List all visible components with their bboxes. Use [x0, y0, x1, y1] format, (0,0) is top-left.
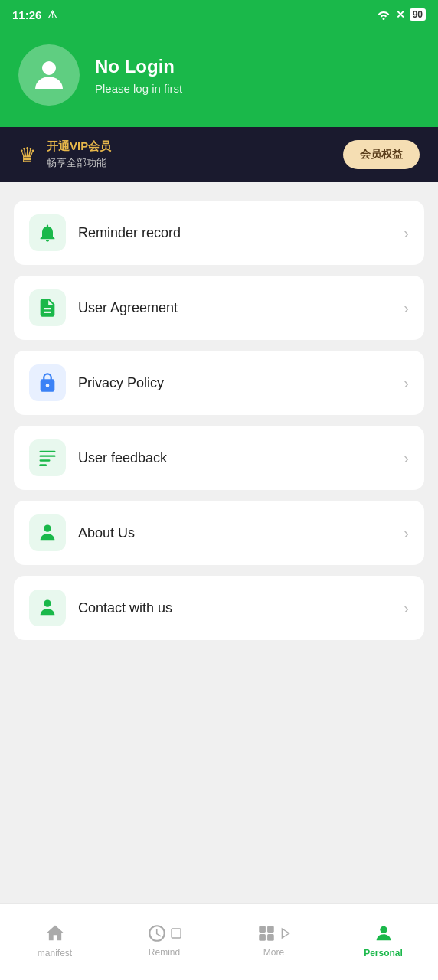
avatar — [18, 44, 80, 106]
about-label: About Us — [78, 525, 135, 541]
about-person-icon — [37, 522, 58, 544]
vip-text-block: 开通VIP会员 畅享全部功能 — [47, 139, 111, 170]
vip-title: 开通VIP会员 — [47, 139, 111, 154]
svg-rect-11 — [267, 934, 274, 941]
lock-icon — [37, 372, 58, 394]
svg-point-0 — [42, 61, 56, 75]
about-icon-bg — [29, 514, 66, 551]
svg-rect-8 — [259, 926, 266, 933]
vip-subtitle: 畅享全部功能 — [47, 156, 111, 170]
nav-item-more[interactable]: More — [219, 914, 328, 958]
profile-name: No Login — [95, 56, 182, 77]
privacy-icon-bg — [29, 364, 66, 401]
svg-rect-10 — [259, 934, 266, 941]
feedback-chevron: › — [404, 449, 409, 467]
wifi-icon — [376, 9, 391, 20]
privacy-label: Privacy Policy — [78, 375, 164, 391]
menu-item-feedback[interactable]: User feedback › — [14, 426, 424, 490]
contact-chevron: › — [404, 599, 409, 617]
more-grid-icon — [257, 923, 276, 943]
bell-icon — [37, 222, 58, 243]
menu-item-agreement[interactable]: User Agreement › — [14, 276, 424, 340]
profile-subtitle: Please log in first — [95, 82, 182, 95]
svg-rect-3 — [40, 459, 51, 461]
crown-icon: ♛ — [18, 143, 36, 167]
personal-label: Personal — [364, 948, 403, 959]
menu-item-about[interactable]: About Us › — [14, 501, 424, 565]
svg-point-13 — [380, 926, 387, 933]
about-chevron: › — [404, 524, 409, 542]
svg-rect-1 — [40, 451, 56, 452]
personal-icon — [373, 923, 394, 944]
status-right: ✕ 90 — [376, 8, 426, 21]
manifest-label: manifest — [38, 948, 72, 959]
profile-info: No Login Please log in first — [95, 56, 182, 95]
feedback-label: User feedback — [78, 450, 167, 466]
battery-level: 90 — [413, 9, 423, 20]
svg-rect-2 — [40, 456, 56, 457]
nav-item-remind[interactable]: Remind — [110, 914, 219, 958]
warning-icon: ⚠ — [47, 8, 57, 21]
menu-content: Reminder record › User Agreement › P — [0, 182, 438, 903]
contact-icon-bg — [29, 590, 66, 626]
feedback-list-icon — [37, 447, 58, 469]
avatar-icon — [28, 54, 70, 96]
bottom-nav: manifest Remind More — [0, 903, 438, 980]
more-label: More — [263, 947, 284, 958]
agreement-chevron: › — [404, 299, 409, 317]
status-left: 11:26 ⚠ — [12, 8, 57, 21]
svg-rect-9 — [267, 926, 274, 933]
x-icon: ✕ — [396, 8, 405, 21]
manifest-icon — [44, 923, 66, 944]
svg-point-6 — [44, 600, 51, 607]
more-play-icon — [279, 927, 292, 939]
svg-rect-7 — [172, 929, 181, 938]
svg-rect-4 — [40, 464, 47, 466]
vip-benefits-button[interactable]: 会员权益 — [343, 140, 420, 169]
contact-label: Contact with us — [78, 600, 172, 616]
vip-left: ♛ 开通VIP会员 畅享全部功能 — [18, 139, 111, 170]
menu-item-reminder[interactable]: Reminder record › — [14, 201, 424, 265]
agreement-label: User Agreement — [78, 300, 178, 316]
nav-item-personal[interactable]: Personal — [328, 913, 438, 959]
menu-item-privacy[interactable]: Privacy Policy › — [14, 351, 424, 415]
svg-point-5 — [44, 525, 51, 532]
agreement-icon-bg — [29, 289, 66, 326]
profile-header[interactable]: No Login Please log in first — [0, 29, 438, 127]
battery-indicator: 90 — [410, 8, 426, 21]
reminder-chevron: › — [404, 224, 409, 242]
feedback-icon-bg — [29, 439, 66, 476]
nav-item-manifest[interactable]: manifest — [0, 913, 110, 959]
reminder-label: Reminder record — [78, 225, 181, 241]
privacy-chevron: › — [404, 374, 409, 392]
reminder-icon-bg — [29, 214, 66, 251]
status-bar: 11:26 ⚠ ✕ 90 — [0, 0, 438, 29]
contact-person-icon — [37, 597, 58, 619]
status-time: 11:26 — [12, 8, 41, 21]
remind-clock-icon — [147, 923, 167, 943]
remind-label: Remind — [149, 947, 180, 958]
svg-marker-12 — [282, 929, 289, 938]
remind-square-icon — [170, 927, 182, 939]
document-icon — [37, 297, 58, 318]
menu-item-contact[interactable]: Contact with us › — [14, 576, 424, 640]
vip-banner[interactable]: ♛ 开通VIP会员 畅享全部功能 会员权益 — [0, 127, 438, 182]
